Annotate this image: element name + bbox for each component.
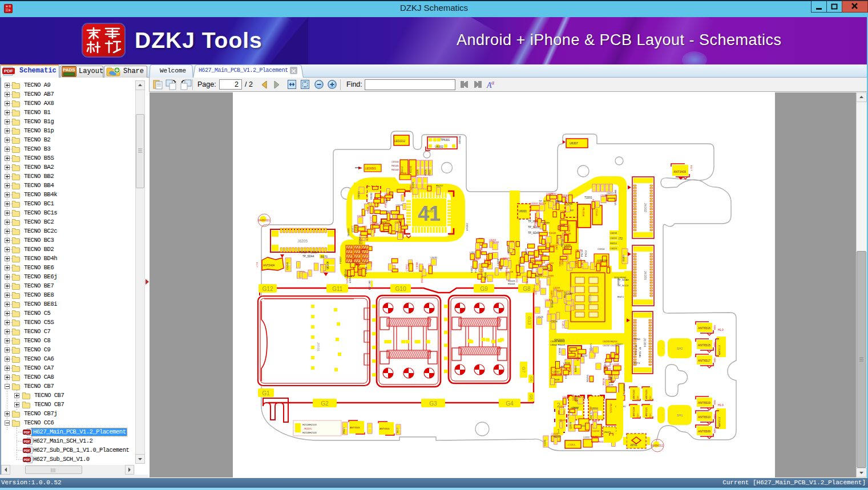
svg-text:H1.0: H1.0	[718, 404, 724, 407]
svg-text:C1088: C1088	[530, 256, 537, 258]
svg-text:R6226: R6226	[346, 276, 349, 284]
svg-text:H2108H2103: H2108H2103	[302, 431, 317, 434]
svg-text:ANT6517: ANT6517	[698, 359, 710, 362]
svg-text:C6208: C6208	[286, 262, 289, 270]
svg-text:TP_SCL3: TP_SCL3	[617, 284, 629, 287]
svg-text:C5099: C5099	[399, 226, 402, 233]
svg-text:C3179: C3179	[542, 267, 550, 270]
svg-text:SH2005: SH2005	[347, 228, 350, 236]
svg-text:R6272: R6272	[515, 276, 518, 283]
svg-text:L5080: L5080	[383, 221, 390, 224]
svg-text:RST1: RST1	[617, 295, 624, 298]
svg-text:R6236: R6236	[602, 378, 605, 385]
svg-text:PL2204: PL2204	[582, 208, 585, 217]
svg-text:C9004 R6003: C9004 R6003	[550, 343, 566, 346]
svg-text:-: -	[662, 413, 663, 416]
svg-text:U6302: U6302	[435, 145, 443, 148]
svg-text:C1083: C1083	[589, 406, 592, 414]
svg-text:ANT6514: ANT6514	[718, 345, 721, 355]
svg-text:R6217: R6217	[436, 184, 443, 187]
svg-text:C6292: C6292	[405, 264, 408, 271]
svg-text:C6039: C6039	[575, 249, 583, 252]
svg-text:C6050: C6050	[357, 191, 360, 199]
svg-text:J6302: J6302	[644, 203, 647, 213]
svg-text:PGND TP_SCL4: PGND TP_SCL4	[299, 251, 319, 254]
svg-text:PL2223: PL2223	[609, 404, 612, 413]
svg-text:C1067: C1067	[563, 246, 570, 249]
svg-text:C5028: C5028	[562, 395, 570, 398]
svg-text:C5034: C5034	[344, 269, 347, 276]
svg-text:R6545: R6545	[391, 164, 399, 167]
svg-text:R6313: R6313	[585, 250, 587, 257]
svg-text:G10: G10	[395, 286, 406, 292]
svg-text:C3159: C3159	[550, 290, 553, 297]
svg-text:C6219: C6219	[610, 237, 617, 240]
svg-text:PDN3: PDN3	[633, 338, 640, 341]
svg-text:C3069: C3069	[555, 200, 563, 203]
svg-text:C6070: C6070	[559, 224, 562, 232]
svg-text:C3140: C3140	[610, 375, 613, 382]
svg-text:L5077: L5077	[351, 225, 354, 232]
svg-text:L3173: L3173	[576, 354, 579, 361]
svg-text:G7: G7	[521, 367, 526, 373]
svg-text:C3010: C3010	[503, 257, 511, 260]
svg-text:G9: G9	[480, 286, 488, 292]
svg-text:R6020: R6020	[505, 268, 508, 276]
svg-text:R6335: R6335	[623, 384, 625, 392]
svg-text:RST3: RST3	[633, 362, 640, 365]
svg-text:L3148: L3148	[366, 206, 369, 213]
svg-text:G5: G5	[529, 394, 533, 399]
svg-text:C3038: C3038	[551, 320, 558, 323]
svg-text:C1032: C1032	[549, 192, 556, 195]
svg-text:C6086: C6086	[558, 347, 561, 355]
svg-text:R6308: R6308	[425, 169, 427, 176]
svg-text:L5055: L5055	[564, 244, 571, 246]
svg-text:G12: G12	[263, 286, 273, 292]
svg-text:ANT6501: ANT6501	[645, 407, 648, 416]
svg-text:C3204: C3204	[597, 248, 605, 250]
svg-text:J6304: J6304	[643, 338, 647, 347]
svg-text:C2222: C2222	[592, 430, 600, 432]
svg-text:L3133: L3133	[563, 362, 570, 365]
svg-text:R6062: R6062	[528, 260, 536, 262]
svg-text:R6214: R6214	[610, 242, 617, 245]
svg-text:U5021: U5021	[604, 431, 611, 434]
svg-text:C5015: C5015	[535, 258, 542, 261]
svg-text:ANT6519: ANT6519	[698, 401, 710, 404]
svg-text:C6306: C6306	[399, 172, 407, 175]
svg-text:H5002: H5002	[466, 223, 469, 230]
svg-text:-R2225-: -R2225-	[304, 427, 313, 430]
svg-text:C5037: C5037	[572, 406, 579, 409]
svg-text:EXT_5N2: EXT_5N2	[369, 281, 371, 290]
svg-text:H1.?: H1.?	[690, 165, 693, 171]
svg-text:R2215: R2215	[409, 165, 412, 173]
svg-text:C6273: C6273	[360, 237, 363, 245]
svg-text:H2108H2103: H2108H2103	[302, 423, 317, 426]
svg-text:ANT6515: ANT6515	[698, 343, 710, 347]
svg-text:-C2201-: -C2201-	[567, 443, 576, 446]
svg-text:C2240: C2240	[595, 209, 598, 216]
svg-text:L5074: L5074	[354, 224, 357, 231]
svg-text:01H: 01H	[713, 428, 716, 433]
svg-text:C5011: C5011	[555, 243, 558, 250]
svg-text:C1066: C1066	[415, 262, 418, 269]
svg-text:41: 41	[418, 202, 441, 225]
svg-text:C6268: C6268	[566, 203, 573, 205]
svg-text:C5089: C5089	[600, 194, 608, 197]
svg-text:C5075: C5075	[590, 343, 592, 350]
svg-text:01H: 01H	[713, 325, 716, 330]
svg-text:C2238: C2238	[568, 225, 571, 232]
svg-text:01H: 01H	[637, 396, 639, 400]
svg-text:3153 PDN1: 3153 PDN1	[614, 276, 627, 279]
svg-text:L3159: L3159	[553, 286, 560, 289]
svg-text:H1.0: H1.0	[718, 329, 724, 331]
svg-text:C2208: C2208	[417, 169, 419, 176]
svg-text:R6544: R6544	[391, 168, 399, 171]
svg-text:C9003 R6002: C9003 R6002	[550, 340, 566, 343]
svg-text:L3139: L3139	[372, 222, 379, 225]
svg-text:R6054: R6054	[556, 289, 564, 292]
svg-text:ANT6505: ANT6505	[350, 426, 360, 429]
svg-text:E6203: E6203	[622, 254, 625, 261]
svg-text:TP_SDA4: TP_SDA4	[302, 255, 314, 258]
svg-text:T6517: T6517	[397, 428, 399, 434]
